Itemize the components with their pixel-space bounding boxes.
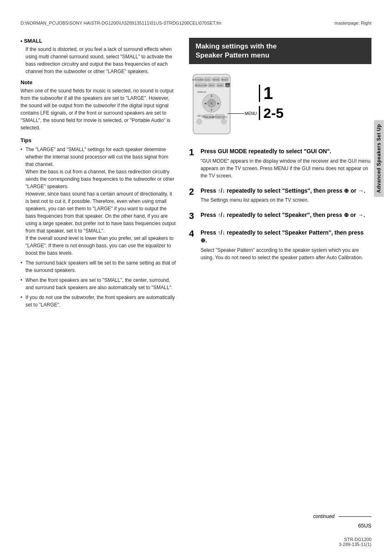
note-title: Note	[21, 79, 177, 85]
step-2: 2 Press ↑/↓ repeatedly to select "Settin…	[189, 187, 371, 204]
sidebar-label: Advanced Speakers Set Up	[374, 120, 384, 197]
page-header: D:\NORMAN_PC\JOBS\SONY HA\STR-DG1200\U\3…	[0, 16, 392, 30]
left-column: • SMALL If the sound is distorted, or yo…	[21, 38, 177, 313]
page-number: 65US	[358, 523, 371, 529]
svg-text:OPTIONS TOOLS: OPTIONS TOOLS	[212, 116, 228, 118]
note-section: Note When one of the sound fields for mu…	[21, 79, 177, 131]
svg-text:MOVIE: MOVIE	[213, 78, 220, 81]
tip-item-1: The "LARGE" and "SMALL" settings for eac…	[21, 146, 177, 257]
page-container: D:\NORMAN_PC\JOBS\SONY HA\STR-DG1200\U\3…	[0, 0, 392, 555]
svg-text:MUSIC: MUSIC	[221, 78, 228, 81]
small-title: • SMALL	[21, 38, 177, 44]
step-2-desc: The Settings menu list appears on the TV…	[201, 196, 371, 204]
step-2-content: Press ↑/↓ repeatedly to select "Settings…	[201, 187, 371, 204]
continued-line: continued	[313, 514, 371, 519]
remote-image: SCFV DIRECT A.F.D. MOVIE MUSIC RESOLUTIO…	[189, 72, 234, 139]
tip-item-4: If you do not use the subwoofer, the fro…	[21, 294, 177, 309]
step-4-num: 4	[189, 229, 197, 239]
remote-svg: SCFV DIRECT A.F.D. MOVIE MUSIC RESOLUTIO…	[189, 72, 234, 138]
step-1-title: Press GUI MODE repeatedly to select "GUI…	[201, 147, 371, 156]
steps-list: 1 Press GUI MODE repeatedly to select "G…	[189, 147, 371, 261]
header-left: D:\NORMAN_PC\JOBS\SONY HA\STR-DG1200\U\3…	[21, 21, 221, 25]
menu-label: MENU	[245, 111, 257, 116]
model-number: 3-289-135-11(1)	[339, 542, 372, 547]
main-content: • SMALL If the sound is distorted, or yo…	[0, 38, 392, 313]
step-4-desc: Select "Speaker Pattern" according to th…	[201, 246, 371, 261]
svg-text:SLEEP: SLEEP	[217, 85, 224, 87]
step-3-title: Press ↑/↓ repeatedly to select "Speaker"…	[201, 211, 371, 219]
small-body: If the sound is distorted, or you feel a…	[21, 46, 177, 75]
small-section: • SMALL If the sound is distorted, or yo…	[21, 38, 177, 75]
header-right: masterpage: Right	[334, 21, 371, 25]
step-3: 3 Press ↑/↓ repeatedly to select "Speake…	[189, 211, 371, 221]
step-num-range: 2-5	[259, 106, 284, 120]
menu-arrow: MENU	[228, 111, 257, 116]
svg-text:▼: ▼	[210, 108, 213, 111]
step-1-desc: "GUI MODE" appears in the display window…	[201, 157, 371, 180]
tips-section: Tips The "LARGE" and "SMALL" settings fo…	[21, 137, 177, 309]
svg-text:GUI MODE: GUI MODE	[224, 85, 232, 87]
step-4-title: Press ↑/↓ repeatedly to select "Speaker …	[201, 229, 371, 245]
section-header: Making settings with the Speaker Pattern…	[189, 38, 371, 64]
continued-text: continued	[313, 514, 334, 519]
model-name: STR-DG1200	[344, 537, 371, 542]
svg-point-30	[197, 119, 202, 124]
note-body: When one of the sound fields for music i…	[21, 87, 177, 131]
step-1-content: Press GUI MODE repeatedly to select "GUI…	[201, 147, 371, 180]
svg-text:A.F.D.: A.F.D.	[205, 78, 210, 81]
step-3-content: Press ↑/↓ repeatedly to select "Speaker"…	[201, 211, 371, 221]
step-1: 1 Press GUI MODE repeatedly to select "G…	[189, 147, 371, 180]
step-4: 4 Press ↑/↓ repeatedly to select "Speake…	[189, 229, 371, 261]
bottom-area: continued 65US STR-DG1200 3-289-135-11(1…	[0, 514, 392, 547]
tip-item-2: The surround back speakers will be set t…	[21, 259, 177, 274]
svg-text:•DISPLAY: •DISPLAY	[197, 91, 207, 93]
step-2-title: Press ↑/↓ repeatedly to select "Settings…	[201, 187, 371, 195]
svg-text:+: +	[210, 101, 213, 106]
section-title: Making settings with the Speaker Pattern…	[196, 42, 365, 60]
right-column: Making settings with the Speaker Pattern…	[189, 38, 371, 313]
svg-text:MOVI: MOVI	[209, 85, 214, 87]
tips-title: Tips	[21, 137, 177, 143]
svg-point-31	[221, 119, 226, 124]
tip-item-3: When the front speakers are set to "SMAL…	[21, 276, 177, 291]
remote-area: SCFV DIRECT A.F.D. MOVIE MUSIC RESOLUTIO…	[189, 72, 371, 139]
svg-text:▲: ▲	[210, 94, 213, 97]
step-num-1: 1	[259, 85, 284, 102]
step-3-num: 3	[189, 211, 197, 221]
step-1-num: 1	[189, 147, 197, 157]
svg-text:RESOLUTION: RESOLUTION	[195, 85, 207, 87]
step-4-content: Press ↑/↓ repeatedly to select "Speaker …	[201, 229, 371, 261]
step-2-num: 2	[189, 187, 197, 197]
